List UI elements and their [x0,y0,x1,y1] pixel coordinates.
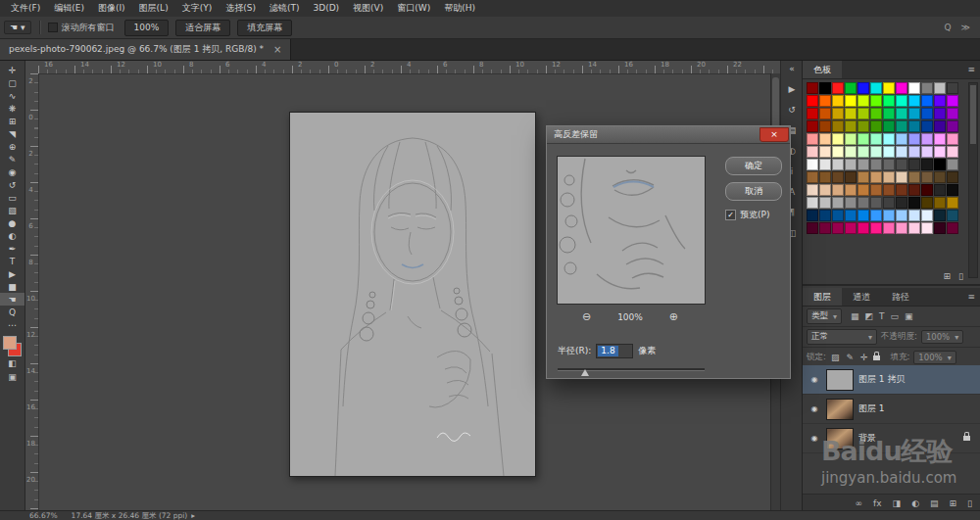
filter-pixel-layers-icon[interactable]: ▦ [850,311,860,321]
color-swatch[interactable] [908,133,920,145]
color-swatch[interactable] [947,159,958,170]
lock-all-icon[interactable] [873,355,880,360]
menu-item[interactable]: 3D(D) [306,0,346,17]
menu-item[interactable]: 文件(F) [4,0,47,17]
color-swatch[interactable] [819,210,831,221]
status-doc-info[interactable]: 17.64 厘米 x 26.46 厘米 (72 ppi) ▸ [72,511,195,520]
color-swatch[interactable] [934,184,946,196]
layer-row[interactable]: ◉ 背景 [803,424,980,453]
color-swatch[interactable] [921,146,933,158]
zoom-100-button[interactable]: 100% [124,20,170,36]
gradient-tool[interactable]: ▧ [0,204,24,216]
color-swatch[interactable] [870,171,882,183]
scroll-all-windows-checkbox[interactable]: 滚动所有窗口 [48,22,115,34]
blend-mode-select[interactable]: 正常 ▾ [807,329,877,345]
color-swatch[interactable] [832,82,844,94]
color-swatch[interactable] [870,95,882,107]
color-swatch[interactable] [908,210,920,221]
opacity-select[interactable]: 100% ▾ [921,330,963,344]
menu-item[interactable]: 滤镜(T) [263,0,307,17]
color-swatch[interactable] [870,197,882,209]
layer-name[interactable]: 图层 1 [858,402,885,415]
lasso-tool[interactable]: ∿ [0,89,24,102]
color-swatch[interactable] [807,159,818,170]
color-swatch[interactable] [858,159,869,170]
color-swatch[interactable] [947,222,958,234]
color-swatch[interactable] [858,133,869,145]
color-swatch[interactable] [807,120,818,132]
color-swatch[interactable] [870,120,882,132]
color-swatch[interactable] [908,159,920,170]
color-swatch[interactable] [934,108,946,119]
layer-thumbnail[interactable] [826,399,854,420]
color-swatch[interactable] [819,159,831,170]
color-swatch[interactable] [908,120,920,132]
color-swatch[interactable] [819,95,831,107]
color-swatch[interactable] [870,222,882,234]
lock-position-icon[interactable]: ✛ [859,353,869,362]
crop-tool[interactable]: ⊞ [0,115,24,127]
color-swatch[interactable] [921,82,933,94]
edit-toolbar-button[interactable]: ⋯ [0,318,24,331]
color-swatch[interactable] [921,210,933,221]
color-swatch[interactable] [883,210,895,221]
color-swatch[interactable] [934,159,946,170]
lock-transparency-icon[interactable]: ▨ [830,353,841,362]
filter-preview[interactable] [557,156,706,305]
color-swatch[interactable] [845,222,857,234]
move-tool[interactable]: ✛ [0,64,24,76]
layer-row[interactable]: ◉ 图层 1 拷贝 [803,365,980,395]
dock-collapse-icon[interactable]: « [789,64,795,73]
color-swatch[interactable] [947,171,958,183]
quick-selection-tool[interactable]: ❋ [0,102,24,115]
panel-menu-icon[interactable]: ≡ [967,61,980,78]
color-swatch[interactable] [896,146,907,158]
layer-mask-icon[interactable]: ◨ [892,498,903,508]
color-swatch[interactable] [807,108,818,119]
color-swatch[interactable] [819,120,831,132]
color-swatch[interactable] [947,210,958,221]
document-tab[interactable]: pexels-photo-790062.jpeg @ 66.7% (图层 1 拷… [0,39,291,60]
color-swatch[interactable] [870,184,882,196]
color-swatch[interactable] [947,197,958,209]
color-swatch[interactable] [947,120,958,132]
workspace-chevrons-icon[interactable]: ≫ [961,23,970,32]
color-swatch[interactable] [845,120,857,132]
color-swatch[interactable] [832,222,844,234]
color-swatch[interactable] [947,133,958,145]
color-swatch[interactable] [934,197,946,209]
new-layer-icon[interactable]: ⊞ [949,498,958,508]
color-swatch[interactable] [896,210,907,221]
color-swatch[interactable] [845,82,857,94]
menu-item[interactable]: 窗口(W) [390,0,437,17]
delete-swatch-icon[interactable]: ▯ [958,271,963,281]
color-swatch[interactable] [896,171,907,183]
menu-item[interactable]: 图像(I) [91,0,132,17]
color-swatch[interactable] [819,171,831,183]
cancel-button[interactable]: 取消 [725,182,782,201]
layer-group-icon[interactable]: ▤ [929,498,940,508]
color-swatch[interactable] [832,108,844,119]
color-swatch[interactable] [807,95,818,107]
screen-mode-button[interactable]: ▣ [0,370,24,384]
close-icon[interactable]: × [273,44,281,55]
delete-layer-icon[interactable]: ▯ [966,498,973,508]
filter-smart-objects-icon[interactable]: ▣ [904,311,914,321]
color-swatch[interactable] [832,197,844,209]
zoom-in-icon[interactable]: ⊕ [669,310,678,323]
color-swatch[interactable] [858,95,869,107]
color-swatch[interactable] [908,82,920,94]
color-swatch[interactable] [921,197,933,209]
layer-name[interactable]: 背景 [858,432,876,445]
color-swatch[interactable] [858,184,869,196]
color-swatch[interactable] [845,146,857,158]
filter-shape-layers-icon[interactable]: ▭ [890,311,901,321]
color-swatch[interactable] [947,146,958,158]
color-swatch[interactable] [921,171,933,183]
color-swatch[interactable] [934,146,946,158]
color-swatch[interactable] [921,222,933,234]
fill-screen-button[interactable]: 填充屏幕 [237,20,292,36]
history-brush-tool[interactable]: ↺ [0,178,24,191]
search-icon[interactable]: Q [944,23,951,32]
v-ruler[interactable]: 202468101214161820 [25,73,39,512]
